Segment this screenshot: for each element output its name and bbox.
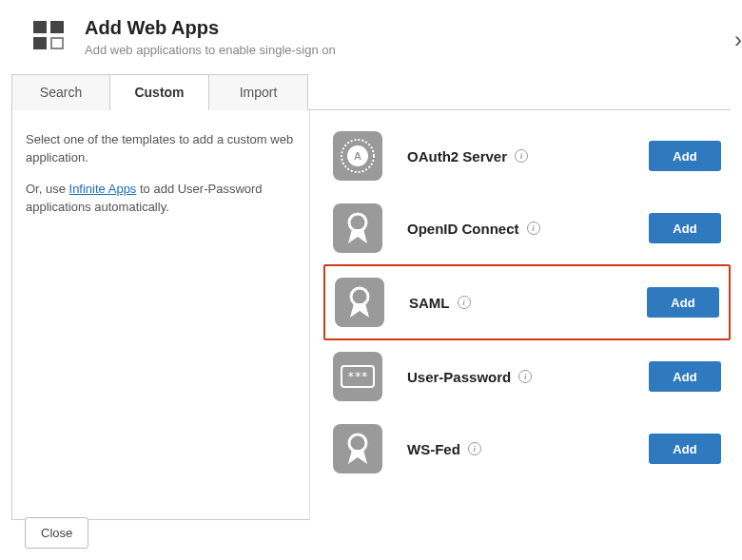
- info-icon[interactable]: i: [527, 222, 540, 235]
- modal-header: Add Web Apps Add web applications to ena…: [0, 10, 742, 74]
- app-name-oauth2: OAuth2 Server i: [407, 148, 528, 164]
- add-button-oauth2[interactable]: Add: [649, 141, 721, 171]
- app-name-saml: SAML i: [409, 295, 471, 311]
- add-button-saml[interactable]: Add: [647, 287, 719, 318]
- ribbon-icon: [335, 278, 384, 327]
- side-panel: Select one of the templates to add a cus…: [11, 110, 310, 520]
- svg-point-4: [351, 288, 368, 305]
- app-label-openid: OpenID Connect: [407, 221, 519, 237]
- info-icon[interactable]: i: [515, 149, 528, 163]
- app-list: A OAuth2 Server i Add OpenID Conne: [310, 110, 731, 520]
- page-subtitle: Add web applications to enable single-si…: [85, 43, 336, 57]
- app-name-wsfed: WS-Fed i: [407, 441, 481, 457]
- svg-text:***: ***: [347, 370, 368, 383]
- tab-bar: Search Custom Import: [11, 74, 742, 110]
- app-row-saml: SAML i Add: [323, 264, 731, 340]
- svg-text:A: A: [354, 150, 361, 162]
- app-row-oauth2: A OAuth2 Server i Add: [323, 120, 731, 192]
- tab-custom[interactable]: Custom: [110, 74, 209, 110]
- app-row-wsfed: WS-Fed i Add: [323, 413, 731, 485]
- app-row-userpw: *** User-Password i Add: [323, 340, 731, 413]
- close-button[interactable]: Close: [25, 517, 88, 549]
- close-icon[interactable]: ›: [731, 23, 742, 57]
- app-label-oauth2: OAuth2 Server: [407, 148, 507, 164]
- apps-grid-icon: [33, 21, 64, 49]
- ribbon-icon: [333, 424, 382, 473]
- svg-point-7: [349, 434, 366, 452]
- page-title: Add Web Apps: [85, 17, 336, 39]
- ribbon-icon: [333, 203, 382, 253]
- side-paragraph-2: Or, use Infinite Apps to add User-Passwo…: [26, 181, 296, 217]
- app-name-userpw: User-Password i: [407, 369, 532, 385]
- infinite-apps-link[interactable]: Infinite Apps: [69, 182, 137, 196]
- app-name-openid: OpenID Connect i: [407, 221, 540, 237]
- modal-body: Select one of the templates to add a cus…: [11, 109, 731, 520]
- add-button-wsfed[interactable]: Add: [649, 434, 721, 464]
- side-paragraph-1: Select one of the templates to add a cus…: [26, 131, 296, 167]
- side-p2-pre: Or, use: [26, 182, 69, 196]
- header-text: Add Web Apps Add web applications to ena…: [85, 17, 336, 57]
- oauth2-icon: A: [333, 131, 382, 181]
- info-icon[interactable]: i: [468, 442, 481, 455]
- app-row-openid: OpenID Connect i Add: [323, 192, 731, 264]
- app-label-userpw: User-Password: [407, 369, 511, 385]
- modal-footer: Close: [0, 506, 113, 560]
- tab-search[interactable]: Search: [11, 74, 110, 110]
- add-web-apps-modal: Add Web Apps Add web applications to ena…: [0, 0, 742, 560]
- info-icon[interactable]: i: [458, 296, 471, 309]
- password-icon: ***: [333, 352, 382, 401]
- svg-point-3: [349, 214, 366, 231]
- add-button-userpw[interactable]: Add: [649, 361, 721, 392]
- add-button-openid[interactable]: Add: [649, 213, 721, 243]
- tab-import[interactable]: Import: [209, 74, 308, 110]
- info-icon[interactable]: i: [518, 370, 532, 383]
- app-label-saml: SAML: [409, 295, 450, 311]
- app-label-wsfed: WS-Fed: [407, 441, 460, 457]
